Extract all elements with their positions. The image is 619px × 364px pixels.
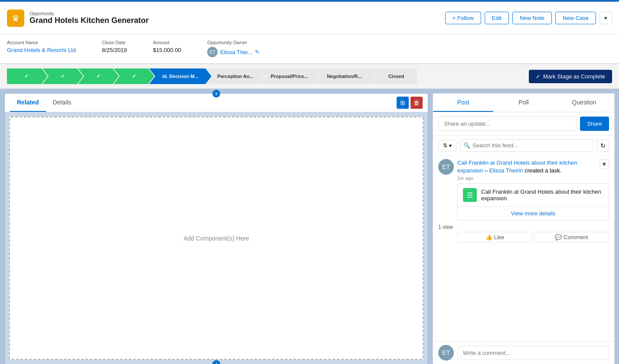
move-panel-button[interactable]: ⊞: [397, 97, 409, 109]
close-date-field: Close Date 8/25/2019: [102, 40, 127, 57]
thumbs-up-icon: 👍: [485, 234, 492, 240]
search-icon: 🔍: [463, 142, 470, 149]
stage-step-2[interactable]: ✓: [42, 68, 77, 84]
component-area: Add Component(s) Here: [9, 117, 424, 360]
left-panel: + Related Details ⊞ 🗑 Add Component(s) H…: [4, 93, 428, 364]
refresh-button[interactable]: ↻: [597, 140, 609, 152]
task-card-footer: View more details: [458, 206, 609, 220]
view-details-link[interactable]: View more details: [511, 210, 555, 217]
amount-label: Amount: [153, 40, 181, 45]
feed-separator: –: [483, 167, 489, 174]
feed-item-title: Call Franklin at Grand Hotels about thei…: [457, 159, 596, 175]
tab-question[interactable]: Question: [554, 94, 614, 112]
like-label: Like: [494, 234, 505, 240]
task-title: Call Franklin at Grand Hotels about thei…: [481, 188, 603, 202]
header-actions: + Follow Edit New Note New Case ▾: [445, 12, 612, 24]
feed-tabs: Post Poll Question: [433, 94, 614, 112]
page-title: Grand Hotels Kitchen Generator: [29, 16, 149, 25]
stage-step-closed[interactable]: Closed: [369, 68, 417, 84]
task-icon: ☰: [463, 188, 477, 202]
owner-edit-icon[interactable]: ✎: [255, 49, 259, 55]
close-date-label: Close Date: [102, 40, 127, 45]
stage-step-6[interactable]: Perception An...: [206, 68, 258, 84]
like-button[interactable]: 👍 Like: [457, 232, 532, 243]
task-list-icon: ☰: [467, 191, 473, 199]
owner-wrap: ET Elissa Thei... ✎: [207, 47, 259, 57]
bottom-connector[interactable]: +: [212, 360, 220, 364]
owner-value[interactable]: Elissa Thei...: [220, 49, 252, 55]
feed-time: 1m ago: [457, 176, 596, 181]
add-component-label: Add Component(s) Here: [183, 235, 249, 242]
feed-controls: ⇅ ▾ 🔍 ↻: [433, 136, 614, 156]
tab-related[interactable]: Related: [10, 94, 46, 112]
comment-button[interactable]: 💬 Comment: [534, 232, 609, 243]
panel-tabs: Related Details: [10, 94, 78, 112]
tab-details[interactable]: Details: [46, 94, 78, 112]
views-count: 1 view: [438, 224, 609, 230]
feed-action-text: created a task.: [523, 167, 562, 174]
right-panel: Post Poll Question Share ⇅ ▾ 🔍 ↻: [433, 93, 615, 364]
more-actions-button[interactable]: ▾: [599, 12, 612, 24]
mark-complete-label: Mark Stage as Complete: [543, 73, 605, 80]
crown-icon: ♛: [12, 13, 20, 23]
sort-dropdown-icon: ▾: [449, 143, 452, 149]
object-icon: ♛: [7, 10, 24, 27]
comment-input[interactable]: [457, 346, 609, 360]
task-card-header: ☰ Call Franklin at Grand Hotels about th…: [458, 184, 609, 206]
stage-bar-container: ✓ ✓ ✓ ✓ Id. Decision M... Perception An.…: [0, 64, 619, 89]
stage-step-5[interactable]: Id. Decision M...: [149, 68, 205, 84]
main-content: + Related Details ⊞ 🗑 Add Component(s) H…: [0, 89, 619, 364]
feed-author-link[interactable]: Elissa Theirin: [489, 167, 523, 174]
stage-step-1[interactable]: ✓: [7, 68, 42, 84]
close-date-value: 8/25/2019: [102, 47, 127, 53]
share-button[interactable]: Share: [580, 117, 609, 131]
amount-value: $15,000.00: [153, 47, 181, 53]
feed-avatar: ET: [438, 159, 454, 175]
follow-button[interactable]: + Follow: [445, 12, 481, 24]
feed-item-header: ET Call Franklin at Grand Hotels about t…: [438, 159, 609, 181]
feed-item-dropdown[interactable]: ▾: [599, 159, 609, 169]
account-name-value[interactable]: Grand Hotels & Resorts Ltd: [7, 47, 76, 53]
comment-label: Comment: [564, 234, 588, 240]
amount-field: Amount $15,000.00: [153, 40, 181, 57]
page-header: ♛ Opportunity Grand Hotels Kitchen Gener…: [0, 0, 619, 35]
header-left: ♛ Opportunity Grand Hotels Kitchen Gener…: [7, 10, 149, 27]
stage-step-3[interactable]: ✓: [78, 68, 113, 84]
stage-step-8[interactable]: Negotiation/R...: [314, 68, 368, 84]
feed-body: ET Call Franklin at Grand Hotels about t…: [433, 156, 614, 341]
stage-step-4[interactable]: ✓: [114, 68, 148, 84]
delete-panel-button[interactable]: 🗑: [410, 97, 423, 109]
sort-button[interactable]: ⇅ ▾: [438, 140, 456, 151]
tab-post[interactable]: Post: [433, 94, 493, 112]
search-feed-input[interactable]: [460, 139, 593, 152]
owner-field: Opportunity Owner ET Elissa Thei... ✎: [207, 40, 259, 57]
task-card: ☰ Call Franklin at Grand Hotels about th…: [457, 183, 609, 221]
reaction-bar: 👍 Like 💬 Comment: [457, 232, 609, 243]
search-feed-wrap: 🔍: [460, 139, 593, 152]
account-name-label: Account Name: [7, 40, 76, 45]
edit-button[interactable]: Edit: [485, 12, 509, 24]
checkmark-icon: ✓: [536, 73, 541, 80]
owner-label: Opportunity Owner: [207, 40, 259, 45]
fields-row: Account Name Grand Hotels & Resorts Ltd …: [0, 35, 619, 64]
share-update-input[interactable]: [438, 117, 577, 131]
top-connector[interactable]: +: [212, 90, 220, 98]
comment-icon: 💬: [555, 234, 562, 240]
header-title-block: Opportunity Grand Hotels Kitchen Generat…: [29, 11, 149, 25]
feed-item: ET Call Franklin at Grand Hotels about t…: [438, 159, 609, 243]
object-type-label: Opportunity: [29, 11, 149, 16]
sort-icon: ⇅: [443, 143, 447, 149]
share-area: Share: [433, 112, 614, 136]
tab-poll[interactable]: Poll: [493, 94, 554, 112]
comment-avatar: ET: [438, 345, 454, 361]
new-note-button[interactable]: New Note: [512, 12, 552, 24]
feed-item-meta: Call Franklin at Grand Hotels about thei…: [457, 159, 596, 181]
stage-step-7[interactable]: Proposal/Price...: [259, 68, 313, 84]
mark-complete-button[interactable]: ✓ Mark Stage as Complete: [529, 70, 612, 83]
new-case-button[interactable]: New Case: [555, 12, 596, 24]
owner-avatar: ET: [207, 47, 218, 57]
account-name-field: Account Name Grand Hotels & Resorts Ltd: [7, 40, 76, 57]
comment-area: ET: [433, 341, 614, 364]
stage-steps: ✓ ✓ ✓ ✓ Id. Decision M... Perception An.…: [7, 68, 524, 84]
panel-actions: ⊞ 🗑: [397, 97, 423, 109]
